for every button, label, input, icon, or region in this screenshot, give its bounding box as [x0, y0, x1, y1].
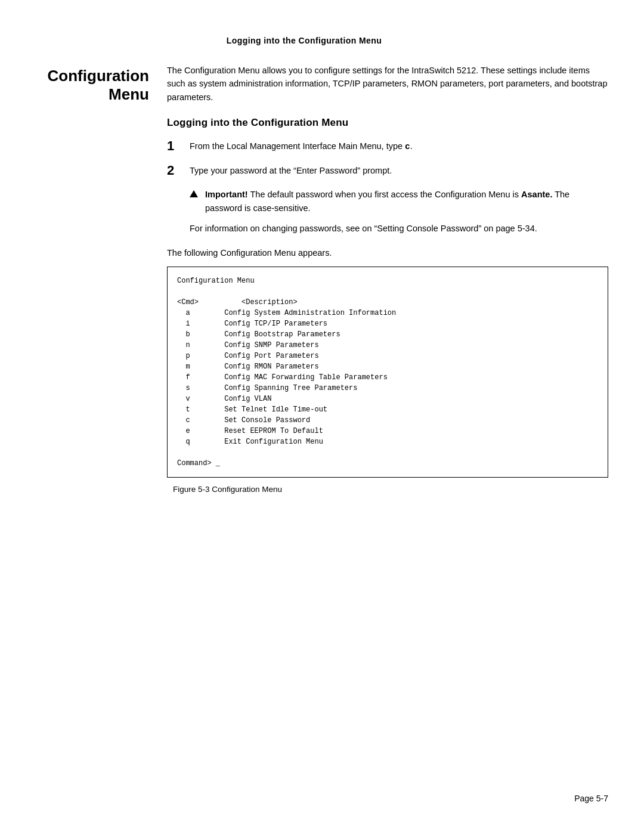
page-header: Logging into the Configuration Menu: [0, 36, 644, 46]
figure-label: Figure 5-3: [173, 485, 210, 494]
steps-container: 1 From the Local Management Interface Ma…: [167, 140, 608, 178]
info-paragraph: For information on changing passwords, s…: [190, 222, 608, 235]
figure-title: Configuration Menu: [212, 485, 282, 494]
page-container: Logging into the Configuration Menu Conf…: [0, 0, 644, 833]
step-1-number: 1: [167, 138, 190, 154]
warning-triangle-icon: [190, 188, 202, 200]
chapter-title-line1: Configuration: [48, 67, 149, 85]
step-2: 2 Type your password at the “Enter Passw…: [167, 164, 608, 178]
chapter-title-line2: Menu: [109, 85, 149, 103]
header-title: Logging into the Configuration Menu: [227, 36, 382, 45]
main-layout: Configuration Menu The Configuration Men…: [0, 64, 644, 494]
warning-label: Important!: [205, 190, 248, 199]
step-1-text: From the Local Management Interface Main…: [190, 141, 405, 151]
step-2-number: 2: [167, 163, 190, 178]
terminal-box: Configuration Menu <Cmd> <Description> a…: [167, 267, 608, 478]
right-column: The Configuration Menu allows you to con…: [161, 64, 608, 494]
step-1-text-after: .: [410, 141, 413, 151]
warning-bold-word: Asante.: [521, 190, 552, 199]
warning-text: The default password when you first acce…: [248, 190, 521, 199]
warning-content: Important! The default password when you…: [205, 188, 608, 215]
step-2-content: Type your password at the “Enter Passwor…: [190, 164, 608, 177]
chapter-title: Configuration Menu: [36, 67, 149, 104]
step-1-content: From the Local Management Interface Main…: [190, 140, 608, 153]
warning-block: Important! The default password when you…: [190, 188, 608, 215]
step-1-code: c: [405, 142, 410, 151]
following-text: The following Configuration Menu appears…: [167, 246, 608, 259]
section-heading: Logging into the Configuration Menu: [167, 117, 608, 129]
left-column: Configuration Menu: [36, 64, 161, 104]
page-footer: Page 5-7: [574, 794, 608, 803]
step-1: 1 From the Local Management Interface Ma…: [167, 140, 608, 154]
intro-paragraph: The Configuration Menu allows you to con…: [167, 64, 608, 104]
figure-caption: Figure 5-3 Configuration Menu: [173, 485, 608, 494]
